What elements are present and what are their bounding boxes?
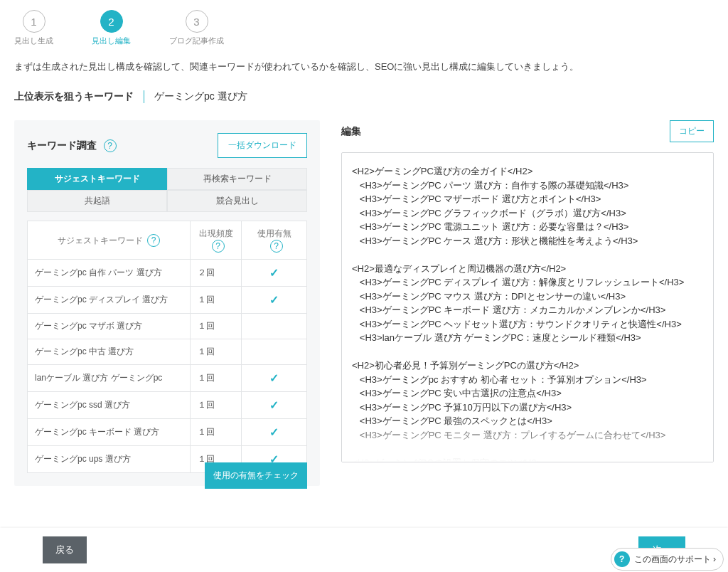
edit-panel: 編集 コピー <H2>ゲーミングPC選び方の全ガイド</H2> <H3>ゲーミン… — [341, 120, 714, 462]
intro-text: まずは生成された見出し構成を確認して、関連キーワードが使われているかを確認し、S… — [14, 60, 714, 73]
th-frequency: 出現頻度? — [191, 221, 242, 260]
panel-title-wrap: キーワード調査 ? — [27, 139, 117, 152]
copy-button[interactable]: コピー — [670, 120, 714, 142]
used-cell: ✓ — [242, 287, 307, 314]
step-3[interactable]: 3 ブログ記事作成 — [169, 10, 224, 46]
check-icon: ✓ — [269, 426, 279, 438]
table-row: ゲーミングpc マザボ 選び方１回 — [28, 314, 307, 339]
table-row: ゲーミングpc ssd 選び方１回✓ — [28, 392, 307, 419]
keyword-cell: ゲーミングpc ssd 選び方 — [28, 392, 191, 419]
keyword-cell: ゲーミングpc ディスプレイ 選び方 — [28, 287, 191, 314]
frequency-cell: １回 — [191, 419, 242, 446]
frequency-cell: １回 — [191, 314, 242, 339]
frequency-cell: １回 — [191, 287, 242, 314]
target-keyword-value: ゲーミングpc 選び方 — [154, 90, 247, 103]
footer-bar: 戻る 次へ — [0, 528, 728, 529]
bulk-download-button[interactable]: 一括ダウンロード — [218, 133, 307, 158]
check-icon: ✓ — [269, 294, 279, 306]
step-circle: 3 — [186, 10, 208, 33]
th-keyword: サジェストキーワード? — [28, 221, 191, 260]
check-icon: ✓ — [269, 267, 279, 279]
used-cell — [242, 339, 307, 365]
table-row: ゲーミングpc 中古 選び方１回 — [28, 339, 307, 365]
keyword-cell: ゲーミングpc 自作 パーツ 選び方 — [28, 260, 191, 287]
check-icon: ✓ — [269, 399, 279, 411]
used-cell: ✓ — [242, 419, 307, 446]
table-row: ゲーミングpc 自作 パーツ 選び方２回✓ — [28, 260, 307, 287]
step-label: ブログ記事作成 — [169, 36, 224, 46]
check-icon: ✓ — [269, 372, 279, 384]
edit-title: 編集 — [341, 125, 361, 138]
keyword-table: サジェストキーワード? 出現頻度? 使用有無? ゲーミングpc 自作 パーツ 選… — [27, 221, 307, 473]
keyword-tabs: サジェストキーワード 再検索キーワード 共起語 競合見出し — [27, 168, 307, 212]
used-cell: ✓ — [242, 365, 307, 392]
table-row: ゲーミングpc キーボード 選び方１回✓ — [28, 419, 307, 446]
keyword-cell: ゲーミングpc キーボード 選び方 — [28, 419, 191, 446]
table-row: lanケーブル 選び方 ゲーミングpc１回✓ — [28, 365, 307, 392]
panel-title: キーワード調査 — [27, 139, 97, 151]
headline-editor[interactable]: <H2>ゲーミングPC選び方の全ガイド</H2> <H3>ゲーミングPC パーツ… — [341, 152, 714, 462]
separator — [144, 90, 144, 103]
used-cell — [242, 314, 307, 339]
help-icon[interactable]: ? — [270, 240, 283, 253]
keyword-cell: ゲーミングpc 中古 選び方 — [28, 339, 191, 365]
check-usage-button[interactable]: 使用の有無をチェック — [205, 462, 307, 489]
step-circle: 2 — [100, 10, 123, 33]
step-label: 見出し生成 — [14, 36, 53, 46]
step-2[interactable]: 2 見出し編集 — [92, 10, 131, 46]
help-icon[interactable]: ? — [104, 139, 117, 152]
step-1[interactable]: 1 見出し生成 — [14, 10, 53, 46]
frequency-cell: １回 — [191, 339, 242, 365]
target-keyword-row: 上位表示を狙うキーワード ゲーミングpc 選び方 — [14, 90, 714, 103]
help-icon[interactable]: ? — [147, 234, 160, 247]
keyword-research-panel: キーワード調査 ? 一括ダウンロード サジェストキーワード 再検索キーワード 共… — [14, 120, 320, 486]
frequency-cell: １回 — [191, 365, 242, 392]
help-icon[interactable]: ? — [212, 240, 225, 253]
frequency-cell: １回 — [191, 392, 242, 419]
th-used: 使用有無? — [242, 221, 307, 260]
step-circle: 1 — [23, 10, 46, 33]
target-keyword-label: 上位表示を狙うキーワード — [14, 90, 134, 103]
frequency-cell: ２回 — [191, 260, 242, 287]
used-cell: ✓ — [242, 260, 307, 287]
step-indicator: 1 見出し生成 2 見出し編集 3 ブログ記事作成 — [14, 10, 714, 46]
tab-cooccur[interactable]: 共起語 — [27, 190, 167, 212]
tab-suggest[interactable]: サジェストキーワード — [27, 168, 167, 190]
tab-research[interactable]: 再検索キーワード — [167, 168, 307, 190]
tab-compete[interactable]: 競合見出し — [167, 190, 307, 212]
used-cell: ✓ — [242, 392, 307, 419]
step-label: 見出し編集 — [92, 36, 131, 46]
keyword-cell: ゲーミングpc ups 選び方 — [28, 446, 191, 473]
keyword-cell: ゲーミングpc マザボ 選び方 — [28, 314, 191, 339]
table-row: ゲーミングpc ディスプレイ 選び方１回✓ — [28, 287, 307, 314]
keyword-cell: lanケーブル 選び方 ゲーミングpc — [28, 365, 191, 392]
